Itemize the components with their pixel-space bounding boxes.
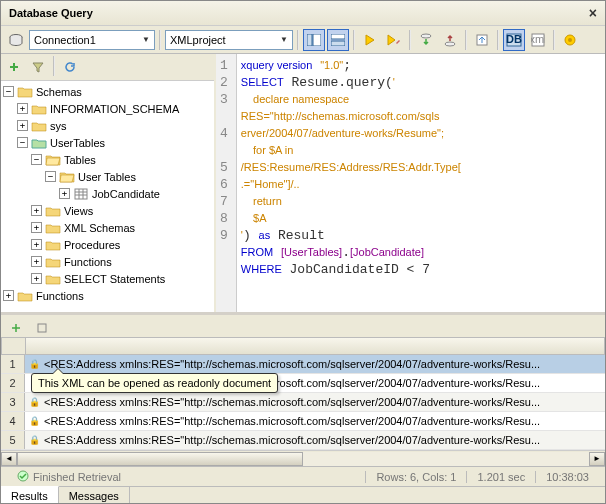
expand-icon[interactable]: +	[31, 256, 42, 267]
tree-filter-icon[interactable]	[27, 56, 49, 78]
folder-icon	[17, 289, 33, 303]
results-grid[interactable]: This XML can be opened as readonly docum…	[1, 355, 605, 450]
results-header	[1, 337, 605, 355]
tree-label: UserTables	[50, 137, 105, 149]
tree-node[interactable]: +Views	[3, 202, 212, 219]
row-number: 3	[1, 393, 25, 411]
chevron-down-icon: ▼	[280, 35, 288, 44]
collapse-icon[interactable]: −	[17, 137, 28, 148]
row-number-header	[2, 338, 26, 354]
export-icon[interactable]	[471, 29, 493, 51]
execute-icon[interactable]	[359, 29, 381, 51]
tree-label: INFORMATION_SCHEMA	[50, 103, 179, 115]
tree-add-icon[interactable]	[3, 56, 25, 78]
collapse-icon[interactable]: −	[45, 171, 56, 182]
tree-node[interactable]: +Functions	[3, 253, 212, 270]
tree-node[interactable]: +Procedures	[3, 236, 212, 253]
expand-icon[interactable]: +	[31, 205, 42, 216]
tab-messages[interactable]: Messages	[59, 487, 130, 504]
tree-toolbar	[1, 54, 214, 81]
scroll-thumb[interactable]	[17, 452, 303, 466]
result-row[interactable]: 5🔒<RES:Address xmlns:RES="http://schemas…	[1, 431, 605, 450]
scroll-left-icon[interactable]: ◄	[1, 452, 17, 466]
lock-icon: 🔒	[29, 435, 40, 445]
result-cell[interactable]: 🔒<RES:Address xmlns:RES="http://schemas.…	[25, 393, 605, 411]
expand-icon[interactable]: +	[17, 103, 28, 114]
status-ok-icon	[17, 470, 29, 484]
results-tabs: Results Messages	[1, 486, 605, 504]
datasource-icon[interactable]	[5, 29, 27, 51]
tree-node[interactable]: +JobCandidate	[3, 185, 212, 202]
table-icon	[73, 187, 89, 201]
tree-node[interactable]: −User Tables	[3, 168, 212, 185]
title-bar: Database Query ×	[1, 1, 605, 26]
folder-open-icon	[45, 153, 61, 167]
collapse-icon[interactable]: −	[3, 86, 14, 97]
svg-point-5	[421, 34, 431, 38]
folder-icon	[45, 204, 61, 218]
svg-rect-2	[313, 34, 321, 46]
options-icon[interactable]	[559, 29, 581, 51]
connection-dropdown[interactable]: Connection1 ▼	[29, 30, 155, 50]
expand-icon[interactable]: +	[17, 120, 28, 131]
expand-icon[interactable]: +	[59, 188, 70, 199]
tree-label: sys	[50, 120, 67, 132]
row-number: 4	[1, 412, 25, 430]
expand-icon[interactable]: +	[31, 273, 42, 284]
result-cell[interactable]: 🔒<RES:Address xmlns:RES="http://schemas.…	[25, 355, 605, 373]
tree-label: JobCandidate	[92, 188, 160, 200]
folder-icon	[45, 221, 61, 235]
lock-icon: 🔒	[29, 397, 40, 407]
horizontal-scrollbar[interactable]: ◄ ►	[1, 450, 605, 466]
schema-tree[interactable]: − Schemas +INFORMATION_SCHEMA+sys−UserTa…	[1, 81, 214, 312]
line-gutter: 123456789	[216, 54, 237, 312]
tab-results[interactable]: Results	[1, 486, 59, 504]
code-text[interactable]: xquery version "1.0"; SELECT Resume.quer…	[237, 54, 605, 312]
tree-refresh-icon[interactable]	[59, 56, 81, 78]
execute-edit-icon[interactable]	[383, 29, 405, 51]
result-row[interactable]: 1🔒<RES:Address xmlns:RES="http://schemas…	[1, 355, 605, 374]
results-pin-icon[interactable]	[31, 317, 53, 339]
tree-node[interactable]: +sys	[3, 117, 212, 134]
xml-icon[interactable]: xml	[527, 29, 549, 51]
expand-icon[interactable]: +	[3, 290, 14, 301]
collapse-icon[interactable]: −	[31, 154, 42, 165]
expand-icon[interactable]: +	[31, 239, 42, 250]
close-icon[interactable]: ×	[589, 5, 597, 21]
cell-text: <RES:Address xmlns:RES="http://schemas.m…	[44, 358, 540, 370]
db-icon[interactable]: DB	[503, 29, 525, 51]
svg-text:DB: DB	[506, 33, 522, 45]
tree-node[interactable]: −UserTables	[3, 134, 212, 151]
cell-text: <RES:Address xmlns:RES="http://schemas.m…	[44, 415, 540, 427]
tree-label: Procedures	[64, 239, 120, 251]
result-row[interactable]: 3🔒<RES:Address xmlns:RES="http://schemas…	[1, 393, 605, 412]
results-add-icon[interactable]	[5, 317, 27, 339]
rollback-icon[interactable]	[439, 29, 461, 51]
project-dropdown[interactable]: XMLproject ▼	[165, 30, 293, 50]
lock-icon: 🔒	[29, 359, 40, 369]
tree-node[interactable]: +SELECT Statements	[3, 270, 212, 287]
expand-icon[interactable]: +	[31, 222, 42, 233]
layout-browser-icon[interactable]	[303, 29, 325, 51]
result-cell[interactable]: 🔒<RES:Address xmlns:RES="http://schemas.…	[25, 431, 605, 449]
tree-node[interactable]: +Functions	[3, 287, 212, 304]
tree-label: SELECT Statements	[64, 273, 165, 285]
status-message: Finished Retrieval	[33, 471, 121, 483]
tree-node[interactable]: +INFORMATION_SCHEMA	[3, 100, 212, 117]
result-row[interactable]: 4🔒<RES:Address xmlns:RES="http://schemas…	[1, 412, 605, 431]
tree-node[interactable]: +XML Schemas	[3, 219, 212, 236]
layout-split-icon[interactable]	[327, 29, 349, 51]
svg-rect-14	[75, 189, 87, 199]
status-clock: 10:38:03	[535, 471, 599, 483]
svg-point-6	[445, 42, 455, 46]
scroll-right-icon[interactable]: ►	[589, 452, 605, 466]
tree-node[interactable]: −Tables	[3, 151, 212, 168]
status-time: 1.201 sec	[466, 471, 535, 483]
column-header[interactable]	[26, 338, 604, 354]
result-cell[interactable]: 🔒<RES:Address xmlns:RES="http://schemas.…	[25, 412, 605, 430]
tree-root[interactable]: − Schemas	[3, 83, 212, 100]
svg-rect-3	[331, 34, 345, 39]
commit-icon[interactable]	[415, 29, 437, 51]
sql-editor[interactable]: 123456789 xquery version "1.0"; SELECT R…	[216, 54, 605, 312]
schema-tree-panel: − Schemas +INFORMATION_SCHEMA+sys−UserTa…	[1, 54, 216, 312]
